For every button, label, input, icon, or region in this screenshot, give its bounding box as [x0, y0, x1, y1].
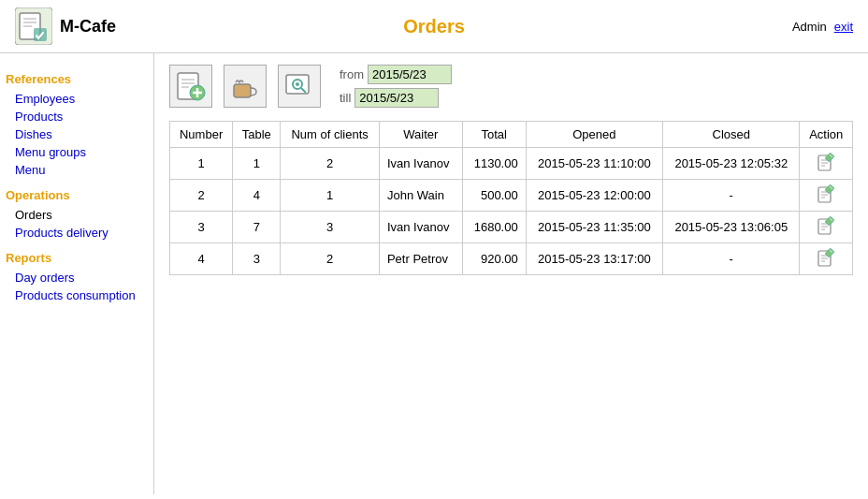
sidebar-item-menu[interactable]: Menu: [6, 161, 148, 179]
cell-3: Ivan Ivanov: [379, 212, 462, 243]
cell-0: 4: [170, 243, 233, 275]
sidebar-item-employees[interactable]: Employees: [6, 90, 148, 108]
sidebar-item-products-consumption[interactable]: Products consumption: [6, 286, 148, 304]
svg-rect-13: [234, 84, 251, 97]
action-cell: [800, 243, 853, 275]
sidebar-item-products-delivery[interactable]: Products delivery: [6, 224, 148, 242]
cell-1: 1: [233, 148, 281, 180]
col-header-waiter: Waiter: [379, 122, 462, 148]
cell-2: 2: [281, 243, 380, 275]
cell-6: -: [663, 180, 800, 212]
coffee-button[interactable]: [224, 65, 267, 108]
admin-label: Admin: [792, 20, 827, 34]
from-label: from: [340, 67, 364, 81]
logo-icon: [15, 7, 52, 45]
col-header-total: Total: [462, 122, 526, 148]
col-header-number: Number: [170, 122, 233, 148]
sidebar-item-menu-groups[interactable]: Menu groups: [6, 143, 148, 161]
cell-2: 2: [281, 148, 380, 180]
cell-0: 1: [170, 148, 233, 180]
add-order-button[interactable]: [169, 65, 212, 108]
cell-1: 3: [233, 243, 281, 275]
cell-3: Ivan Ivanov: [379, 148, 462, 180]
till-label: till: [340, 91, 351, 105]
view-button[interactable]: [278, 65, 321, 108]
cell-1: 7: [233, 212, 281, 243]
cell-1: 4: [233, 180, 281, 212]
sidebar-item-dishes[interactable]: Dishes: [6, 125, 148, 143]
col-header-opened: Opened: [526, 122, 662, 148]
page-title: Orders: [403, 16, 465, 37]
sidebar-section-operations: Operations: [6, 188, 148, 202]
sidebar-item-day-orders[interactable]: Day orders: [6, 269, 148, 286]
cell-6: -: [663, 243, 800, 275]
action-cell: [800, 180, 853, 212]
cell-6: 2015-05-23 12:05:32: [663, 148, 800, 180]
col-header-closed: Closed: [663, 122, 800, 148]
sidebar-section-references: References: [6, 72, 148, 86]
cell-0: 3: [170, 212, 233, 243]
edit-icon[interactable]: [817, 153, 835, 171]
table-row: 373Ivan Ivanov1680.002015-05-23 11:35:00…: [170, 212, 853, 243]
sidebar-item-orders: Orders: [6, 206, 148, 224]
cell-2: 1: [281, 180, 380, 212]
svg-rect-5: [34, 28, 47, 41]
till-date-input[interactable]: [354, 88, 439, 108]
cell-3: John Wain: [379, 180, 462, 212]
date-filter: from till: [340, 65, 452, 108]
table-row: 112Ivan Ivanov1130.002015-05-23 11:10:00…: [170, 148, 853, 180]
cell-3: Petr Petrov: [379, 243, 462, 275]
sidebar-section-reports: Reports: [6, 251, 148, 265]
col-header-table: Table: [233, 122, 281, 148]
sidebar-item-products[interactable]: Products: [6, 108, 148, 125]
toolbar: from till: [169, 65, 853, 108]
edit-icon[interactable]: [817, 184, 835, 203]
cell-2: 3: [281, 212, 380, 243]
cell-0: 2: [170, 180, 233, 212]
cell-6: 2015-05-23 13:06:05: [663, 212, 800, 243]
cell-5: 2015-05-23 11:35:00: [526, 212, 662, 243]
action-cell: [800, 148, 853, 180]
cell-4: 1130.00: [462, 148, 526, 180]
exit-link[interactable]: exit: [834, 20, 853, 34]
cell-5: 2015-05-23 11:10:00: [526, 148, 662, 180]
orders-table: NumberTableNum of clientsWaiterTotalOpen…: [169, 121, 853, 275]
app-logo: M-Cafe: [15, 7, 116, 45]
cell-4: 920.00: [462, 243, 526, 275]
table-row: 241John Wain500.002015-05-23 12:00:00-: [170, 180, 853, 212]
col-header-num-of-clients: Num of clients: [281, 122, 380, 148]
main-content: from till NumberTableNum of clientsWaite…: [154, 53, 868, 494]
cell-4: 500.00: [462, 180, 526, 212]
cell-5: 2015-05-23 12:00:00: [526, 180, 662, 212]
cell-5: 2015-05-23 13:17:00: [526, 243, 662, 275]
table-row: 432Petr Petrov920.002015-05-23 13:17:00-: [170, 243, 853, 275]
cell-4: 1680.00: [462, 212, 526, 243]
from-date-input[interactable]: [368, 65, 452, 84]
action-cell: [800, 212, 853, 243]
col-header-action: Action: [800, 122, 853, 148]
app-name: M-Cafe: [60, 17, 116, 37]
svg-point-17: [296, 82, 299, 86]
edit-icon[interactable]: [817, 248, 835, 267]
edit-icon[interactable]: [817, 216, 835, 235]
sidebar: ReferencesEmployeesProductsDishesMenu gr…: [0, 53, 154, 494]
